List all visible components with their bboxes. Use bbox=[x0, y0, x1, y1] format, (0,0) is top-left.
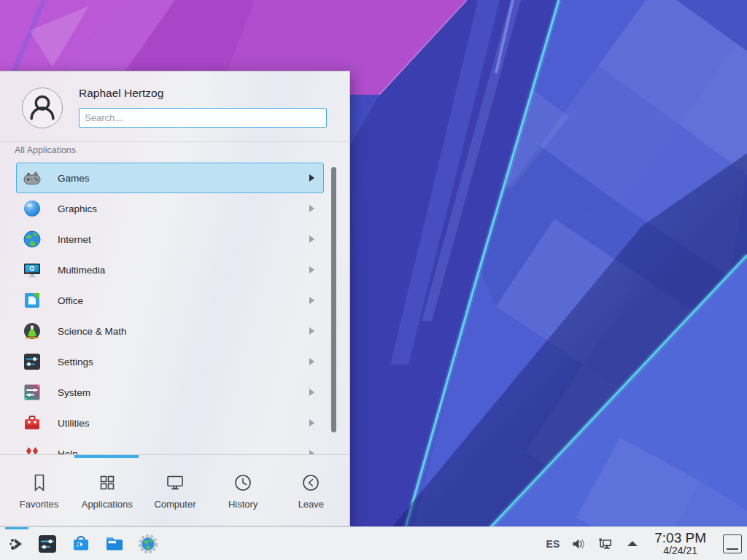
office-document-icon bbox=[22, 290, 42, 311]
utilities-toolbox-icon bbox=[22, 413, 42, 433]
section-label: All Applications bbox=[15, 145, 76, 155]
network-icon[interactable] bbox=[597, 536, 614, 552]
menu-item-label: Graphics bbox=[58, 203, 97, 214]
menu-item-settings[interactable]: Settings bbox=[16, 346, 324, 377]
menu-item-help[interactable]: Help bbox=[16, 438, 324, 454]
globe-icon bbox=[22, 229, 42, 249]
menu-item-utilities[interactable]: Utilities bbox=[16, 408, 324, 438]
menu-item-label: Office bbox=[58, 295, 83, 306]
gamepad-icon bbox=[22, 168, 42, 188]
taskbar-app-discover[interactable] bbox=[64, 527, 98, 560]
active-task-indicator bbox=[5, 527, 28, 529]
application-category-list: Games Graphics bbox=[0, 163, 350, 454]
folder-icon bbox=[104, 533, 125, 555]
discover-bag-icon bbox=[70, 533, 92, 555]
tab-label: Computer bbox=[154, 499, 196, 510]
chevron-right-icon bbox=[309, 174, 314, 182]
menu-item-label: Settings bbox=[58, 357, 93, 368]
menu-item-system[interactable]: System bbox=[16, 377, 324, 408]
tab-history[interactable]: History bbox=[209, 455, 277, 526]
chevron-right-icon bbox=[309, 236, 314, 243]
science-flask-icon bbox=[22, 321, 42, 341]
tab-label: Favorites bbox=[20, 499, 58, 510]
graphics-sphere-icon bbox=[22, 198, 42, 219]
taskbar: ES bbox=[0, 526, 747, 560]
active-tab-indicator bbox=[74, 455, 139, 458]
tab-favorites[interactable]: Favorites bbox=[5, 455, 73, 526]
header-divider bbox=[0, 141, 349, 142]
taskbar-app-system-settings[interactable] bbox=[31, 527, 64, 560]
chevron-right-icon bbox=[309, 419, 314, 427]
history-clock-icon bbox=[232, 472, 254, 494]
desktop: Raphael Hertzog All Applications Games bbox=[0, 0, 747, 560]
menu-item-label: Science & Math bbox=[58, 326, 127, 337]
chevron-right-icon bbox=[309, 358, 314, 365]
menu-item-graphics[interactable]: Graphics bbox=[16, 193, 324, 224]
user-avatar[interactable] bbox=[22, 88, 63, 128]
system-sliders-icon bbox=[22, 382, 42, 402]
search-input[interactable] bbox=[79, 108, 327, 128]
leave-icon bbox=[300, 472, 322, 494]
tab-computer[interactable]: Computer bbox=[141, 455, 209, 526]
taskbar-app-web-browser[interactable] bbox=[131, 527, 165, 560]
kde-launcher-icon bbox=[6, 533, 28, 555]
user-icon bbox=[23, 88, 62, 128]
menu-item-label: Utilities bbox=[58, 418, 90, 429]
menu-item-label: Help bbox=[58, 448, 78, 455]
volume-icon[interactable] bbox=[570, 536, 587, 552]
expand-arrow-icon[interactable] bbox=[624, 536, 640, 552]
chevron-right-icon bbox=[309, 389, 314, 396]
menu-header: Raphael Hertzog bbox=[0, 71, 349, 142]
menu-item-label: Games bbox=[58, 173, 90, 184]
chevron-right-icon bbox=[309, 327, 314, 335]
settings-sliders-icon bbox=[22, 351, 42, 372]
menu-item-label: System bbox=[58, 387, 90, 398]
help-icon bbox=[22, 443, 42, 454]
taskbar-app-file-manager[interactable] bbox=[98, 527, 131, 560]
clock-date: 4/24/21 bbox=[654, 545, 706, 556]
keyboard-layout-indicator[interactable]: ES bbox=[546, 538, 560, 550]
menu-item-label: Internet bbox=[58, 234, 91, 245]
menu-item-office[interactable]: Office bbox=[16, 285, 324, 316]
tab-label: History bbox=[228, 499, 258, 510]
application-launcher-button[interactable] bbox=[3, 527, 31, 560]
monitor-icon bbox=[164, 472, 186, 494]
menu-item-label: Multimedia bbox=[58, 265, 105, 276]
tab-applications[interactable]: Applications bbox=[73, 455, 141, 526]
show-desktop-icon bbox=[727, 548, 738, 550]
tab-leave[interactable]: Leave bbox=[277, 455, 345, 526]
tab-label: Applications bbox=[82, 499, 133, 510]
clock-time: 7:03 PM bbox=[654, 531, 706, 546]
chevron-right-icon bbox=[309, 205, 314, 212]
menu-item-science-math[interactable]: Science & Math bbox=[16, 316, 324, 346]
globe-gear-icon bbox=[137, 533, 159, 555]
tab-label: Leave bbox=[298, 499, 324, 510]
show-desktop-button[interactable] bbox=[723, 534, 742, 553]
multimedia-monitor-icon bbox=[22, 260, 42, 280]
menu-item-games[interactable]: Games bbox=[16, 163, 324, 193]
digital-clock[interactable]: 7:03 PM 4/24/21 bbox=[654, 531, 706, 557]
menu-item-multimedia[interactable]: Multimedia bbox=[16, 254, 324, 285]
menu-footer-tabs: Favorites Applications bbox=[0, 454, 350, 526]
application-launcher-menu: Raphael Hertzog All Applications Games bbox=[0, 71, 350, 526]
user-name: Raphael Hertzog bbox=[79, 87, 163, 100]
bookmark-icon bbox=[28, 472, 50, 494]
chevron-right-icon bbox=[309, 266, 314, 273]
system-settings-icon bbox=[36, 533, 58, 555]
chevron-right-icon bbox=[309, 297, 314, 304]
grid-icon bbox=[96, 472, 118, 494]
menu-item-internet[interactable]: Internet bbox=[16, 224, 324, 254]
system-tray: ES bbox=[546, 531, 747, 557]
scrollbar-handle[interactable] bbox=[331, 167, 336, 432]
